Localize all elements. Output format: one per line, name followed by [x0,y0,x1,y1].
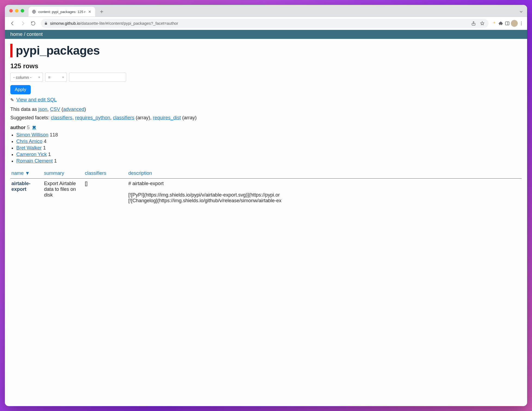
extensions-icon[interactable] [498,20,504,26]
suggested-facets: Suggested facets: classifiers, requires_… [10,115,522,121]
svg-rect-3 [505,22,509,25]
remove-facet-button[interactable]: ✖ [32,125,36,130]
page-viewport: home / content pypi_packages 125 rows - … [5,30,527,406]
svg-point-5 [521,23,522,24]
breadcrumb-content[interactable]: content [27,32,43,37]
tabs-dropdown-button[interactable] [517,8,525,15]
author-link[interactable]: Simon Willison [16,132,48,138]
browser-window: content: pypi_packages: 125 r simo [5,5,527,406]
new-tab-button[interactable] [98,8,105,15]
profile-avatar[interactable] [511,20,518,27]
breadcrumb: home / content [5,30,527,39]
chevron-down-icon: ▼ [62,76,64,79]
browser-tab[interactable]: content: pypi_packages: 125 r [29,7,95,17]
globe-icon [32,10,36,14]
star-icon[interactable] [479,20,485,26]
facet-link[interactable]: classifiers [51,115,72,120]
filter-column-label: - column - [13,75,32,80]
page-title: pypi_packages [16,44,100,57]
row-link[interactable]: airtable-export [11,181,30,192]
author-link[interactable]: Chris Amico [16,139,42,144]
sql-link-row: ✎ View and edit SQL [10,97,522,103]
cell-description: # airtable-export [![PyPI](https://img.s… [127,179,522,206]
col-header-summary[interactable]: summary [43,169,84,179]
author-link[interactable]: Cameron Yick [16,152,47,157]
url-text: simonw.github.io/datasette-lite/#/conten… [50,21,178,26]
cell-summary: Export Airtable data to files on disk [43,179,84,206]
filter-op-select[interactable]: = ▼ [45,73,67,82]
csv-link[interactable]: CSV [50,107,60,112]
filter-row: - column - ▼ = ▼ [10,73,522,82]
formats-prefix: This data as [10,107,38,112]
data-table: name ▼ summary classifiers description a… [10,169,522,206]
page-body: pypi_packages 125 rows - column - ▼ = ▼ … [5,39,527,404]
window-controls [7,5,29,17]
title-accent-bar [10,44,13,57]
list-item: Cameron Yick 1 [16,152,522,157]
tab-strip: content: pypi_packages: 125 r [5,5,527,17]
tab-title: content: pypi_packages: 125 r [38,10,85,14]
close-tab-button[interactable] [88,10,92,14]
browser-toolbar: simonw.github.io/datasette-lite/#/conten… [5,17,527,30]
facet-link[interactable]: classifiers [113,115,134,120]
author-facet-list: Simon Willison 118 Chris Amico 4 Bret Wa… [16,132,522,164]
svg-point-4 [521,21,522,22]
pencil-icon: ✎ [10,98,14,102]
svg-rect-1 [45,23,47,24]
breadcrumb-home[interactable]: home [10,32,23,37]
author-link[interactable]: Romain Clement [16,158,53,164]
list-item: Romain Clement 1 [16,158,522,164]
row-count: 125 rows [10,62,522,70]
format-links: This data as json, CSV (advanced) [10,107,522,112]
facets-prefix: Suggested facets: [10,115,51,120]
list-item: Simon Willison 118 [16,132,522,138]
lock-icon [44,21,48,25]
author-facet-header: author 5 ✖ [10,124,522,130]
back-button[interactable] [8,18,17,28]
chevron-down-icon: ▼ [38,76,41,79]
panel-icon[interactable] [504,20,510,26]
table-row: airtable-export Export Airtable data to … [10,179,522,206]
reload-button[interactable] [28,18,38,28]
list-item: Chris Amico 4 [16,139,522,144]
filter-op-label: = [48,75,51,80]
forward-button[interactable] [18,18,28,28]
view-sql-link[interactable]: View and edit SQL [16,97,57,102]
apply-button[interactable]: Apply [10,85,31,94]
json-link[interactable]: json [38,107,47,112]
cell-classifiers: [] [84,179,127,206]
address-bar[interactable]: simonw.github.io/datasette-lite/#/conten… [41,19,489,28]
svg-point-6 [521,24,522,25]
breadcrumb-sep: / [23,32,27,37]
url-host: simonw.github.io [50,21,80,26]
cell-name: airtable-export [10,179,43,206]
author-link[interactable]: Bret Walker [16,145,42,151]
advanced-link[interactable]: advanced [63,107,84,112]
list-item: Bret Walker 1 [16,145,522,151]
facet-link[interactable]: requires_dist [153,115,181,120]
sparkle-icon[interactable] [491,20,497,26]
col-header-description[interactable]: description [127,169,522,179]
maximize-window-button[interactable] [21,9,24,13]
table-header-row: name ▼ summary classifiers description [10,169,522,179]
col-header-name[interactable]: name ▼ [10,169,43,179]
url-path: /datasette-lite/#/content/pypi_packages?… [80,21,178,26]
author-facet-label: author [10,125,26,130]
close-window-button[interactable] [9,9,13,13]
share-icon[interactable] [471,20,477,26]
facet-link[interactable]: requires_python [75,115,110,120]
author-facet-count: 5 [27,125,30,130]
col-header-classifiers[interactable]: classifiers [84,169,127,179]
filter-value-input[interactable] [69,73,126,82]
filter-column-select[interactable]: - column - ▼ [10,73,43,82]
sort-desc-icon: ▼ [25,170,30,176]
kebab-menu-icon[interactable] [518,20,524,26]
minimize-window-button[interactable] [15,9,18,13]
page-title-wrap: pypi_packages [10,44,522,57]
